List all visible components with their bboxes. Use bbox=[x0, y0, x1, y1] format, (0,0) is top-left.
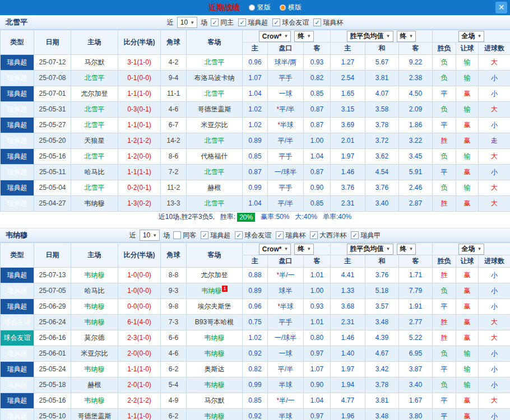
match-row: 瑞典超25-06-29韦纳穆0-0(0-0)9-8埃尔夫斯堡0.96*半球0.9… bbox=[1, 299, 510, 315]
filter-checkbox[interactable]: ✓球会友谊 bbox=[272, 18, 309, 27]
home-team: 莫尔德 bbox=[71, 330, 118, 346]
euro-final-value: 终 bbox=[400, 244, 407, 254]
match-score: 0-2(0-1) bbox=[118, 180, 161, 196]
col-euro-away: 客 bbox=[399, 43, 433, 55]
filter-checkbox[interactable]: ✓大西洋杯 bbox=[310, 231, 346, 240]
league-badge: 球会友谊 bbox=[1, 330, 34, 346]
handicap-outcome: 赢 bbox=[456, 330, 479, 346]
league-badge: 瑞典超 bbox=[1, 165, 34, 180]
home-team: 尤尔加登 bbox=[71, 86, 118, 102]
goals-outcome: 大 bbox=[479, 55, 510, 71]
asia-handicap: 一球 bbox=[268, 346, 304, 362]
league-badge: 瑞典超 bbox=[1, 409, 34, 420]
checkbox-icon: ✓ bbox=[235, 231, 243, 239]
near-label: 近 bbox=[167, 18, 174, 27]
euro-average-select[interactable]: 胜平负均值 ▼ bbox=[347, 31, 393, 42]
home-team: 韦纳穆 bbox=[71, 393, 118, 409]
euro-home-odds: 1.46 bbox=[331, 330, 365, 346]
handicap-outcome: 赢 bbox=[456, 165, 479, 180]
asia-handicap: 半球 bbox=[268, 409, 304, 420]
scope-select[interactable]: 全场 ▼ bbox=[458, 31, 485, 42]
match-row: 瑞典超25-05-18赫根2-0(1-0)5-4韦纳穆0.99半球0.901.9… bbox=[1, 377, 510, 393]
filter-checkbox[interactable]: ✓瑞典甲 bbox=[351, 231, 381, 240]
away-team: 北雪平 bbox=[187, 165, 243, 180]
euro-draw-odds: 3.81 bbox=[365, 393, 399, 409]
filter-checkbox[interactable]: 同客 bbox=[173, 231, 196, 240]
corner-score: 4-2 bbox=[161, 55, 187, 71]
home-team: 哈马比 bbox=[71, 165, 118, 180]
asia-handicap: *半/一 bbox=[268, 268, 304, 283]
away-team: 北雪平 bbox=[187, 133, 243, 149]
filter-checkbox[interactable]: ✓同主 bbox=[211, 18, 234, 27]
filter-checkbox[interactable]: ✓瑞典杯 bbox=[313, 18, 343, 27]
match-row: 瑞典超25-05-10哥德堡盖斯1-1(1-0)6-2韦纳穆0.92半球0.97… bbox=[1, 409, 510, 420]
asia-away-odds: 0.93 bbox=[304, 55, 331, 71]
asia-home-odds: 0.88 bbox=[243, 268, 268, 283]
home-team: 韦纳穆 bbox=[71, 196, 118, 212]
euro-home-odds: 3.69 bbox=[331, 118, 365, 133]
asia-home-odds: 0.92 bbox=[243, 409, 268, 420]
match-date: 25-07-05 bbox=[34, 283, 71, 299]
corner-score: 4-6 bbox=[161, 346, 187, 362]
league-badge: 瑞典超 bbox=[1, 283, 34, 299]
corner-score: 6-7 bbox=[161, 118, 187, 133]
euro-draw-odds: 4.39 bbox=[365, 330, 399, 346]
col-score: 比分(半场) bbox=[118, 243, 161, 268]
checkbox-label: 瑞典杯 bbox=[323, 18, 343, 27]
scope-select[interactable]: 全场 ▼ bbox=[458, 244, 485, 255]
summary-stat: 单率:40% bbox=[323, 212, 351, 222]
layout-radio-horizontal[interactable]: 横版 bbox=[280, 3, 302, 12]
euro-away-odds: 2.77 bbox=[399, 315, 433, 330]
scope-value: 全场 bbox=[462, 244, 475, 254]
asia-final-select[interactable]: 终 ▼ bbox=[294, 31, 314, 42]
euro-away-odds: 3.40 bbox=[399, 377, 433, 393]
asia-handicap: 一球 bbox=[268, 86, 304, 102]
match-score: 1-0(0-0) bbox=[118, 283, 161, 299]
asia-handicap: 平手 bbox=[268, 180, 304, 196]
section-divider bbox=[0, 222, 510, 228]
asia-away-odds: 1.04 bbox=[304, 393, 331, 409]
radio-icon bbox=[280, 4, 286, 11]
bookmaker-select[interactable]: Crow* ▼ bbox=[259, 31, 291, 42]
filter-checkbox[interactable]: ✓瑞典超 bbox=[238, 18, 268, 27]
section-header: 韦纳穆 近 10 ▼ 场 同客✓瑞典超✓球会友谊✓瑞典杯✓大西洋杯✓瑞典甲 bbox=[0, 228, 510, 242]
asia-home-odds: 1.04 bbox=[243, 86, 268, 102]
match-score: 1-1(1-0) bbox=[118, 409, 161, 420]
chevron-down-icon: ▼ bbox=[386, 34, 391, 39]
result-outcome: 负 bbox=[433, 180, 456, 196]
handicap-outcome: 输 bbox=[456, 55, 479, 71]
filter-checkbox[interactable]: ✓球会友谊 bbox=[235, 231, 271, 240]
asia-final-select[interactable]: 终 ▼ bbox=[294, 244, 314, 255]
euro-average-select[interactable]: 胜平负均值 ▼ bbox=[347, 244, 393, 255]
away-team: 尤尔加登 bbox=[187, 268, 243, 283]
euro-home-odds: 4.77 bbox=[331, 393, 365, 409]
match-row: 瑞典超25-05-24韦纳穆1-1(1-0)6-2奥斯达0.82平/半1.071… bbox=[1, 362, 510, 377]
asia-handicap: *半球 bbox=[268, 299, 304, 315]
layout-radio-vertical[interactable]: 竖版 bbox=[249, 3, 271, 12]
goals-outcome: 小 bbox=[479, 118, 510, 133]
page-title: 近期战绩 bbox=[208, 3, 240, 13]
euro-final-select[interactable]: 终 ▼ bbox=[397, 244, 416, 255]
away-team: 韦纳穆 bbox=[187, 346, 243, 362]
league-badge: 瑞典超 bbox=[1, 362, 34, 377]
checkbox-label: 同主 bbox=[220, 18, 234, 27]
match-row: 瑞典超25-04-27韦纳穆1-3(0-2)13-3北雪平1.04平/半0.85… bbox=[1, 196, 510, 212]
matches-label: 场 bbox=[201, 18, 207, 27]
match-count-select[interactable]: 10 ▼ bbox=[140, 230, 160, 241]
league-badge: 瑞典超 bbox=[1, 377, 34, 393]
away-team: 韦纳穆1 bbox=[187, 283, 243, 299]
asia-handicap: 半球 bbox=[268, 377, 304, 393]
euro-away-odds: 1.86 bbox=[399, 118, 433, 133]
section-varnamo: 韦纳穆 近 10 ▼ 场 同客✓瑞典超✓球会友谊✓瑞典杯✓大西洋杯✓瑞典甲 bbox=[0, 228, 510, 420]
filter-checkbox[interactable]: ✓瑞典杯 bbox=[276, 231, 305, 240]
euro-final-select[interactable]: 终 ▼ bbox=[397, 31, 416, 42]
close-button[interactable]: ✕ bbox=[495, 2, 507, 13]
result-outcome: 平 bbox=[433, 165, 456, 180]
euro-draw-odds: 5.18 bbox=[365, 283, 399, 299]
bookmaker-select[interactable]: Crow* ▼ bbox=[259, 244, 291, 255]
match-count-value: 10 bbox=[143, 231, 150, 239]
asia-handicap: 球半 bbox=[268, 283, 304, 299]
euro-draw-odds: 3.48 bbox=[365, 315, 399, 330]
filter-checkbox[interactable]: ✓瑞典超 bbox=[201, 231, 230, 240]
match-count-select[interactable]: 10 ▼ bbox=[177, 17, 197, 28]
